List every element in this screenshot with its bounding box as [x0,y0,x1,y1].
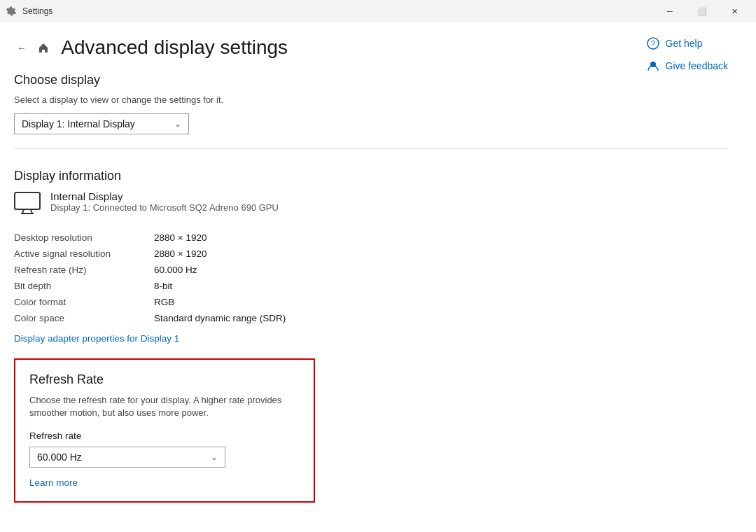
header-row: ← Advanced display settings [14,36,728,59]
home-icon [37,41,50,54]
display-name-block: Internal Display Display 1: Connected to… [50,190,279,213]
display-header: Internal Display Display 1: Connected to… [14,190,728,217]
display-information-title: Display information [14,169,728,183]
info-label: Color space [14,310,154,326]
get-help-link[interactable]: ? Get help [646,36,729,50]
give-feedback-link[interactable]: Give feedback [646,59,729,73]
close-button[interactable]: ✕ [718,0,750,22]
svg-rect-3 [15,192,40,209]
choose-display-subtitle: Select a display to view or change the s… [14,94,728,105]
info-value: Standard dynamic range (SDR) [154,310,286,326]
refresh-rate-dropdown[interactable]: 60.000 Hz ⌄ [29,447,225,468]
refresh-rate-title: Refresh Rate [29,372,300,387]
minimize-button[interactable]: ─ [654,0,686,22]
svg-text:?: ? [650,39,654,48]
refresh-rate-value: 60.000 Hz [37,451,82,463]
settings-icon [6,6,17,17]
info-label: Refresh rate (Hz) [14,262,154,278]
get-help-label: Get help [666,38,703,49]
info-value: 8-bit [154,278,286,294]
table-row: Desktop resolution2880 × 1920 [14,230,286,246]
info-label: Active signal resolution [14,246,154,262]
refresh-rate-label: Refresh rate [29,430,300,441]
choose-display-section: Choose display Select a display to view … [14,73,728,134]
table-row: Color spaceStandard dynamic range (SDR) [14,310,286,326]
back-button[interactable]: ← [14,40,29,56]
titlebar: Settings ─ ⬜ ✕ [0,0,756,22]
table-row: Refresh rate (Hz)60.000 Hz [14,262,286,278]
app-container: ← Advanced display settings ? Get help [0,22,756,532]
display-dropdown-value: Display 1: Internal Display [22,118,135,130]
refresh-rate-description: Choose the refresh rate for your display… [29,394,300,419]
display-information-section: Display information Internal Display Dis… [14,169,728,344]
sidebar-links: ? Get help Give feedback [646,36,729,73]
adapter-link[interactable]: Display adapter properties for Display 1 [14,333,179,344]
info-value: 2880 × 1920 [154,246,286,262]
info-value: RGB [154,294,286,310]
monitor-icon [14,192,41,217]
display-sub: Display 1: Connected to Microsoft SQ2 Ad… [50,202,279,213]
main-content: ← Advanced display settings ? Get help [0,22,756,532]
table-row: Bit depth8-bit [14,278,286,294]
display-dropdown[interactable]: Display 1: Internal Display ⌄ [14,113,189,134]
table-row: Active signal resolution2880 × 1920 [14,246,286,262]
refresh-rate-section: Refresh Rate Choose the refresh rate for… [14,358,315,503]
info-label: Color format [14,294,154,310]
window-controls: ─ ⬜ ✕ [654,0,750,22]
info-label: Bit depth [14,278,154,294]
give-feedback-label: Give feedback [666,60,729,71]
choose-display-title: Choose display [14,73,728,88]
chevron-down-icon: ⌄ [211,452,218,462]
page-title: Advanced display settings [61,36,288,59]
table-row: Color formatRGB [14,294,286,310]
titlebar-title: Settings [22,6,654,16]
section-divider [14,148,728,149]
feedback-icon [646,59,660,73]
learn-more-link[interactable]: Learn more [29,477,78,488]
help-icon: ? [646,36,660,50]
info-label: Desktop resolution [14,230,154,246]
display-info-table: Desktop resolution2880 × 1920Active sign… [14,230,286,326]
info-value: 2880 × 1920 [154,230,286,246]
maximize-button[interactable]: ⬜ [686,0,718,22]
info-value: 60.000 Hz [154,262,286,278]
display-name: Internal Display [50,190,279,202]
chevron-down-icon: ⌄ [174,119,181,129]
